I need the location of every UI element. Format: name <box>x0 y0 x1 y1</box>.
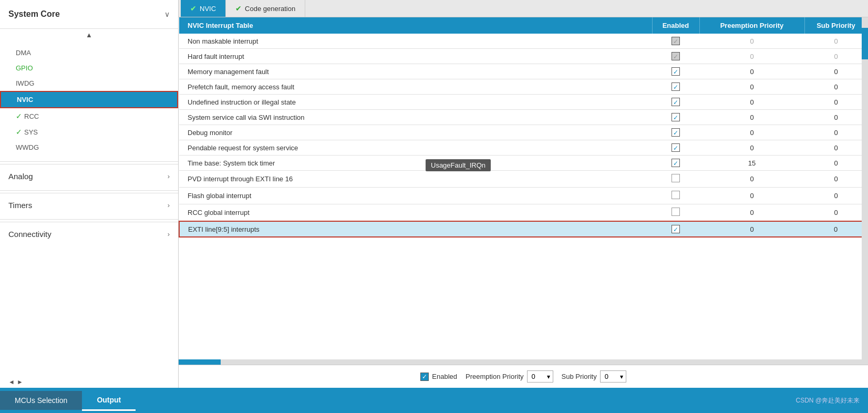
sidebar-item-sys[interactable]: ✓ SYS <box>0 124 178 140</box>
interrupt-enabled[interactable]: ✓ <box>652 95 699 110</box>
table-row[interactable]: Flash global interrupt00 <box>179 188 867 204</box>
sidebar-analog[interactable]: Analog › <box>0 164 178 188</box>
vertical-scrollbar-thumb[interactable] <box>862 28 868 59</box>
sidebar-arrow-right[interactable]: ► <box>17 378 23 386</box>
table-row[interactable]: Non maskable interrupt✓00 <box>179 34 867 49</box>
footer-tab-mcus[interactable]: MCUs Selection <box>0 391 82 410</box>
enabled-label: Enabled <box>432 373 457 380</box>
table-row[interactable]: Hard fault interrupt✓00 <box>179 49 867 64</box>
interrupt-preemption: 0 <box>699 79 804 95</box>
interrupt-name: System service call via SWI instruction <box>179 110 652 125</box>
interrupt-preemption: 0 <box>699 204 804 222</box>
interrupt-preemption: 0 <box>699 188 804 204</box>
table-row[interactable]: Debug monitor✓00 <box>179 125 867 140</box>
interrupt-sub-priority: 0 <box>804 171 867 188</box>
interrupt-preemption: 0 <box>699 64 804 79</box>
timers-chevron-icon: › <box>168 201 170 209</box>
interrupt-enabled[interactable]: ✓ <box>652 156 699 171</box>
interrupt-enabled[interactable]: ✓ <box>652 49 699 64</box>
table-row[interactable]: Time base: System tick timer✓150 <box>179 156 867 171</box>
interrupt-preemption: 0 <box>699 140 804 156</box>
table-row[interactable]: System service call via SWI instruction✓… <box>179 110 867 125</box>
horizontal-scrollbar-thumb[interactable] <box>179 359 221 365</box>
interrupt-enabled[interactable] <box>652 171 699 188</box>
preemption-priority-label: Preemption Priority <box>466 373 524 380</box>
usagefault-tooltip: UsageFault_IRQn <box>426 159 491 171</box>
sidebar-arrow-left[interactable]: ◄ <box>8 378 15 386</box>
nvic-tab-label: NVIC <box>200 5 216 13</box>
system-core-label: System Core <box>8 9 60 19</box>
analog-chevron-icon: › <box>168 172 170 180</box>
sidebar-item-rcc[interactable]: ✓ RCC <box>0 108 178 124</box>
interrupt-sub-priority: 0 <box>804 204 867 222</box>
interrupt-enabled[interactable] <box>652 204 699 222</box>
table-row[interactable]: Pendable request for system service✓00 <box>179 140 867 156</box>
interrupt-sub-priority: 0 <box>804 140 867 156</box>
table-row[interactable]: Memory management fault✓00 <box>179 64 867 79</box>
interrupt-name: Flash global interrupt <box>179 188 652 204</box>
interrupt-sub-priority: 0 <box>804 64 867 79</box>
sidebar: System Core ∨ ▲ DMA GPIO IWDG NVIC ✓ RCC… <box>0 0 179 388</box>
sub-priority-select[interactable]: 0 1 2 <box>600 370 626 383</box>
sidebar-item-dma[interactable]: DMA <box>0 45 178 60</box>
interrupt-enabled[interactable] <box>652 188 699 204</box>
system-core-header[interactable]: System Core ∨ <box>0 0 178 29</box>
preemption-priority-control: Preemption Priority 0 1 2 15 <box>466 370 553 383</box>
col-header-name: NVIC Interrupt Table <box>179 17 652 34</box>
analog-label: Analog <box>8 172 33 181</box>
vertical-scrollbar-track[interactable] <box>862 17 868 359</box>
tabs-bar: ✔ NVIC ✔ Code generation <box>179 0 868 17</box>
interrupt-name: Undefined instruction or illegal state <box>179 95 652 110</box>
interrupt-sub-priority: 0 <box>804 221 867 237</box>
sidebar-item-gpio[interactable]: GPIO <box>0 60 178 76</box>
interrupt-name: Time base: System tick timer <box>179 156 652 171</box>
horizontal-scrollbar[interactable] <box>179 359 868 365</box>
sidebar-item-wwdg[interactable]: WWDG <box>0 140 178 155</box>
interrupt-enabled[interactable]: ✓ <box>652 79 699 95</box>
interrupt-name: RCC global interrupt <box>179 204 652 222</box>
interrupt-enabled[interactable]: ✓ <box>652 140 699 156</box>
interrupt-name: Debug monitor <box>179 125 652 140</box>
sidebar-item-iwdg[interactable]: IWDG <box>0 76 178 91</box>
interrupt-enabled[interactable]: ✓ <box>652 125 699 140</box>
interrupt-name: Non maskable interrupt <box>179 34 652 49</box>
sidebar-connectivity[interactable]: Connectivity › <box>0 222 178 246</box>
table-row[interactable]: Prefetch fault, memory access fault✓00 <box>179 79 867 95</box>
nvic-tab-check-icon: ✔ <box>190 4 197 13</box>
interrupt-preemption: 0 <box>699 125 804 140</box>
table-row[interactable]: EXTI line[9:5] interrupts✓00 <box>179 221 867 237</box>
interrupt-enabled[interactable]: ✓ <box>652 110 699 125</box>
interrupt-sub-priority: 0 <box>804 49 867 64</box>
interrupt-name: EXTI line[9:5] interrupts <box>179 221 652 237</box>
footer-tab-output[interactable]: Output <box>82 390 136 411</box>
sys-check-icon: ✓ <box>16 128 22 136</box>
interrupt-preemption: 0 <box>699 34 804 49</box>
sidebar-items: DMA GPIO IWDG NVIC ✓ RCC ✓ SYS WWDG <box>0 41 178 159</box>
interrupt-enabled[interactable]: ✓ <box>652 64 699 79</box>
table-row[interactable]: PVD interrupt through EXTI line 1600 <box>179 171 867 188</box>
table-row[interactable]: Undefined instruction or illegal state✓0… <box>179 95 867 110</box>
interrupt-preemption: 0 <box>699 49 804 64</box>
sys-label: SYS <box>24 128 38 136</box>
interrupt-sub-priority: 0 <box>804 188 867 204</box>
interrupt-enabled[interactable]: ✓ <box>652 221 699 237</box>
col-header-preemption: Preemption Priority <box>699 17 804 34</box>
interrupt-preemption: 15 <box>699 156 804 171</box>
sidebar-divider-1 <box>0 161 178 162</box>
preemption-priority-select[interactable]: 0 1 2 15 <box>527 370 553 383</box>
tab-nvic[interactable]: ✔ NVIC <box>181 0 226 17</box>
enabled-checkbox[interactable]: ✓ <box>420 373 429 381</box>
interrupt-name: PVD interrupt through EXTI line 16 <box>179 171 652 188</box>
table-row[interactable]: RCC global interrupt00 <box>179 204 867 222</box>
interrupt-table-container: NVIC Interrupt Table Enabled Preemption … <box>179 17 868 359</box>
col-header-enabled: Enabled <box>652 17 699 34</box>
interrupt-enabled[interactable]: ✓ <box>652 34 699 49</box>
sidebar-item-nvic[interactable]: NVIC <box>0 91 178 108</box>
enabled-control: ✓ Enabled <box>420 373 457 381</box>
tab-codegen[interactable]: ✔ Code generation <box>226 0 305 17</box>
interrupt-sub-priority: 0 <box>804 110 867 125</box>
sidebar-timers[interactable]: Timers › <box>0 193 178 217</box>
sub-priority-control: Sub Priority 0 1 2 <box>562 370 626 383</box>
interrupt-sub-priority: 0 <box>804 95 867 110</box>
sidebar-scroll-up[interactable]: ▲ <box>0 29 178 41</box>
